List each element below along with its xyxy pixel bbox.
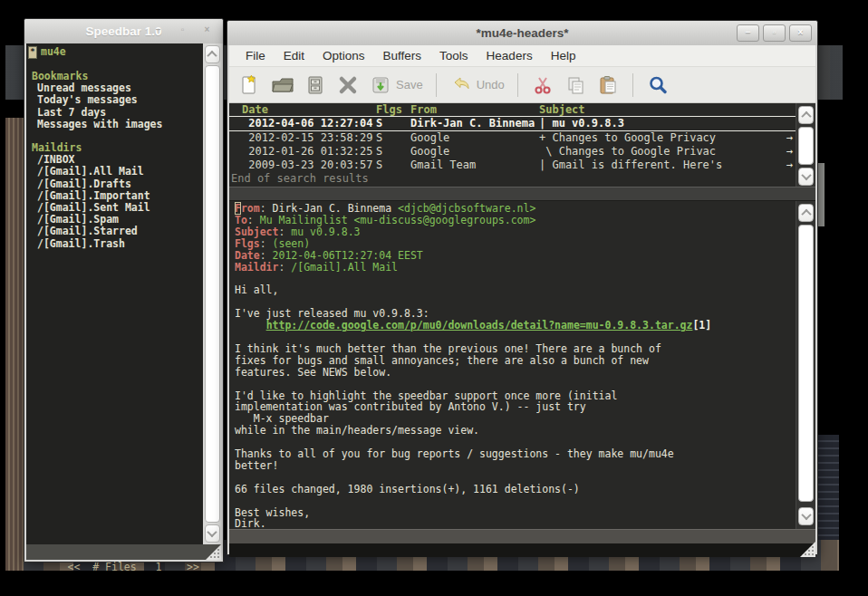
dired-button[interactable]	[302, 72, 329, 98]
scrollbar-thumb[interactable]	[798, 127, 814, 165]
speedbar-item[interactable]: /[Gmail].All Mail	[26, 166, 221, 178]
resize-grip-icon[interactable]	[206, 544, 221, 560]
row-from: Gmail Team	[410, 159, 539, 172]
header-row[interactable]: 2012-02-15 23:58:29SGoogle+ Changes to G…	[229, 131, 815, 145]
scroll-down-icon[interactable]	[205, 524, 220, 543]
emacs-titlebar[interactable]: *mu4e-headers* – ▫ ×	[227, 21, 817, 45]
row-subject: | mu v0.9.8.3	[539, 117, 794, 130]
new-file-button[interactable]	[236, 72, 264, 98]
truncation-arrow-icon: →	[786, 159, 793, 172]
minimize-button[interactable]: –	[148, 23, 169, 38]
view-field-value: 2012-04-06T12:27:04 EEST	[273, 249, 423, 262]
message-body-line: Thanks to all of you for bug reports / s…	[235, 448, 794, 460]
speedbar-item[interactable]: /[Gmail].Starred	[26, 226, 221, 237]
speedbar-root-label: mu4e	[41, 46, 66, 58]
truncation-arrow-icon: →	[786, 145, 793, 159]
menu-file[interactable]: File	[236, 49, 275, 62]
menu-help[interactable]: Help	[542, 49, 585, 62]
message-link[interactable]: http://code.google.com/p/mu0/downloads/d…	[266, 319, 693, 332]
column-subject[interactable]: Subject	[539, 103, 794, 117]
message-body-line: Hi all,	[235, 284, 794, 296]
message-body-line: 66 files changed, 1980 insertions(+), 11…	[235, 484, 794, 495]
scroll-up-icon[interactable]	[205, 45, 220, 63]
toolbar-separator	[436, 73, 437, 97]
open-folder-icon	[271, 74, 294, 96]
view-scrollbar[interactable]	[796, 201, 815, 529]
row-subject: \ Changes to Google Privac	[539, 145, 794, 159]
save-label: Save	[396, 78, 423, 91]
headers-status-text: End of search results	[229, 172, 815, 186]
toolbar-separator	[517, 73, 518, 97]
view-field-label: Flgs	[235, 237, 260, 250]
row-from: Google	[410, 131, 539, 145]
headers-scrollbar[interactable]	[796, 103, 815, 187]
view-field-label: From	[235, 202, 260, 215]
speedbar-item[interactable]: Today's messages	[26, 94, 221, 106]
speedbar-statusbar: << # Files 1 >>	[26, 544, 221, 560]
search-button[interactable]	[644, 72, 671, 98]
minibuffer[interactable]	[229, 543, 815, 557]
speedbar-item[interactable]: Messages with images	[26, 119, 221, 130]
scroll-down-icon[interactable]	[798, 168, 814, 186]
speedbar-window: Speedbar 1.0 – ▫ × * mu4e BookmarksUnrea…	[24, 18, 224, 562]
copy-button[interactable]	[562, 72, 589, 98]
row-flags: S	[376, 117, 410, 130]
scrollbar-thumb[interactable]	[205, 65, 220, 523]
row-subject: + Changes to Google Privacy	[539, 131, 794, 145]
column-flags[interactable]: Flgs	[376, 103, 410, 117]
scroll-up-icon[interactable]	[798, 106, 814, 124]
close-buffer-button[interactable]	[334, 72, 362, 98]
header-row[interactable]: 2012-04-06 12:27:04SDirk-Jan C. Binnema|…	[229, 116, 815, 130]
row-from: Dirk-Jan C. Binnema	[410, 117, 539, 130]
scroll-up-icon[interactable]	[798, 204, 814, 222]
speedbar-status-text: << # Files 1 >>	[68, 561, 199, 573]
speedbar-titlebar[interactable]: Speedbar 1.0 – ▫ ×	[24, 19, 223, 43]
row-date: 2012-01-26 01:32:25	[242, 145, 376, 159]
resize-grip-icon[interactable]	[800, 542, 815, 557]
row-flags: S	[376, 131, 410, 145]
undo-button[interactable]	[448, 72, 475, 98]
maximize-button[interactable]: ▫	[172, 23, 193, 38]
view-field-value: /[Gmail].All Mail	[291, 261, 398, 274]
mu4e-view-pane: From: Dirk-Jan C. Binnema <djcb@djcbsoft…	[229, 201, 815, 529]
menu-headers[interactable]: Headers	[477, 49, 542, 62]
maximize-button[interactable]: ▫	[763, 24, 786, 42]
speedbar-scrollbar[interactable]	[203, 43, 221, 544]
save-button[interactable]	[367, 72, 394, 98]
open-file-button[interactable]	[269, 72, 296, 98]
scrollbar-thumb[interactable]	[798, 225, 814, 502]
paste-button[interactable]	[594, 72, 622, 98]
column-date[interactable]: Date	[242, 103, 376, 117]
paste-clipboard-icon	[597, 74, 619, 96]
menu-options[interactable]: Options	[313, 49, 374, 62]
modeline-view: U:%*-*mu4e-view*Top L1(mu4e:view)	[229, 529, 815, 543]
view-header-field: Subject: mu v0.9.8.3	[235, 226, 794, 238]
scroll-down-icon[interactable]	[798, 507, 814, 525]
minimize-button[interactable]: –	[737, 24, 759, 42]
menu-edit[interactable]: Edit	[275, 49, 313, 62]
cut-button[interactable]	[529, 72, 556, 98]
row-flags: S	[376, 145, 410, 159]
text-cursor: F	[235, 202, 241, 215]
row-date: 2009-03-23 20:03:57	[242, 159, 376, 172]
mu4e-headers-pane: Date Flgs From Subject 2012-04-06 12:27:…	[229, 103, 815, 187]
message-body-line: fixes for bugs and small annoyances; the…	[235, 355, 794, 367]
speedbar-item[interactable]: Last 7 days	[26, 107, 221, 119]
message-body-line	[235, 495, 794, 507]
message-body-line: Dirk.	[235, 518, 794, 529]
column-from[interactable]: From	[410, 103, 539, 117]
menu-buffers[interactable]: Buffers	[374, 49, 431, 62]
menu-tools[interactable]: Tools	[430, 49, 477, 62]
speedbar-root-item[interactable]: * mu4e	[26, 43, 221, 59]
close-button[interactable]: ×	[197, 23, 217, 38]
close-button[interactable]: ×	[789, 24, 812, 42]
speedbar-item[interactable]: /[Gmail].Trash	[26, 238, 221, 250]
search-icon	[647, 74, 669, 96]
speedbar-item[interactable]: /[Gmail].Drafts	[26, 178, 221, 190]
expand-tag-icon[interactable]: *	[28, 46, 37, 59]
truncation-arrow-icon: →	[786, 131, 793, 145]
copy-icon	[564, 74, 586, 96]
row-date: 2012-02-15 23:58:29	[242, 131, 376, 145]
header-row[interactable]: 2012-01-26 01:32:25SGoogle \ Changes to …	[229, 145, 815, 159]
header-row[interactable]: 2009-03-23 20:03:57SGmail Team| Gmail is…	[229, 159, 815, 172]
